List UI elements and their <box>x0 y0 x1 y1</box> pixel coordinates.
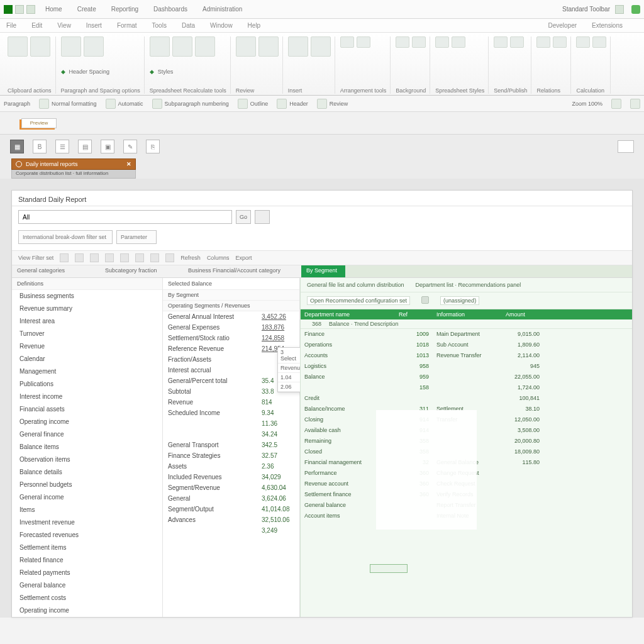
mini-tb-label[interactable]: Refresh <box>180 255 201 261</box>
mid-row[interactable]: 3,249 <box>163 525 299 536</box>
mini-tb-label[interactable]: Export <box>235 255 252 261</box>
left-list-item[interactable]: Investment revenue <box>12 516 162 529</box>
menu-item[interactable]: Developer <box>548 22 577 29</box>
mini-tb-icon[interactable] <box>105 253 114 262</box>
mid-row[interactable]: General Transport342.5 <box>163 440 299 450</box>
report-hdr-c2[interactable]: Ref <box>395 309 433 319</box>
left-list-item[interactable]: Turnover <box>12 328 162 340</box>
sheet-search-go-button[interactable]: Go <box>236 210 251 224</box>
mid-row[interactable]: General Expenses183,876 <box>163 322 299 333</box>
mid-row[interactable]: Advances32,510.06 <box>163 514 299 525</box>
titlebar-item[interactable]: Home <box>45 6 62 13</box>
left-list-item[interactable]: General balance <box>12 579 162 592</box>
titlebar-item[interactable]: Reporting <box>111 6 138 13</box>
ribbon-button[interactable] <box>510 36 524 48</box>
mini-tb-icon[interactable] <box>120 253 129 262</box>
filter-box-1[interactable]: International break-down filter set <box>18 230 113 244</box>
colhdr-c3[interactable]: Business Financial/Account category <box>183 265 301 277</box>
quick-save-icon[interactable] <box>15 5 24 14</box>
mid-row[interactable]: Revenue814 <box>163 397 299 408</box>
toolrow-icon[interactable] <box>277 99 287 109</box>
menu-item[interactable]: Window <box>210 22 233 29</box>
sheet-search-input[interactable] <box>18 210 232 224</box>
toolrow-icon[interactable] <box>238 99 248 109</box>
ribbon-button[interactable] <box>412 36 426 48</box>
report-hdr-c3[interactable]: Information <box>433 309 502 319</box>
doc-tool-table-icon[interactable]: ☰ <box>55 140 69 153</box>
left-list-item[interactable]: Business segments <box>12 290 162 303</box>
left-list-item[interactable]: Interest area <box>12 315 162 328</box>
ribbon-button[interactable] <box>84 36 104 57</box>
left-list-item[interactable]: Forecasted revenues <box>12 529 162 541</box>
ribbon-button[interactable] <box>150 36 170 57</box>
account-icon[interactable] <box>631 5 640 14</box>
ribbon-button[interactable] <box>61 36 81 57</box>
mini-tb-label[interactable]: Columns <box>207 255 230 261</box>
mid-row[interactable]: General Annual Interest3,452.26 <box>163 311 299 322</box>
menu-item[interactable]: Insert <box>86 22 102 29</box>
left-list-item[interactable]: Items <box>12 504 162 516</box>
left-list-item[interactable]: Calendar <box>12 353 162 365</box>
mini-tb-icon[interactable] <box>165 253 174 262</box>
doc-tool-link-icon[interactable]: ⎘ <box>146 140 160 153</box>
help-icon[interactable] <box>615 5 624 14</box>
titlebar-item[interactable]: Dashboards <box>153 6 187 13</box>
doc-tool-comment-icon[interactable]: ✎ <box>123 140 137 153</box>
doc-search-icon[interactable] <box>618 140 634 153</box>
toolrow-zoom[interactable]: Zoom 100% <box>572 101 602 107</box>
ribbon-button[interactable] <box>536 36 550 48</box>
colhdr-c1[interactable]: General categories <box>12 265 100 277</box>
orange-banner[interactable]: Daily internal reports ✕ <box>11 158 136 170</box>
left-list-item[interactable]: Operating income <box>12 416 162 428</box>
mini-tb-icon[interactable] <box>135 253 144 262</box>
report-top-chip-2[interactable]: (unassigned) <box>440 296 479 305</box>
colhdr-c4[interactable]: By Segment <box>301 265 345 277</box>
banner-close-icon[interactable]: ✕ <box>126 161 131 167</box>
report-row[interactable]: Logistics958945 <box>301 361 632 372</box>
mini-tb-icon[interactable] <box>75 253 84 262</box>
report-row[interactable]: Finance1009Main Department9,015.00 <box>301 329 632 340</box>
ribbon-button[interactable] <box>592 36 606 48</box>
mid-row[interactable]: Segment/Revenue4,630.04 <box>163 482 299 493</box>
report-row[interactable]: 1581,724.00 <box>301 382 632 393</box>
toolrow-icon[interactable] <box>39 99 49 109</box>
report-inline-input[interactable] <box>370 564 408 573</box>
ribbon-button[interactable] <box>195 36 215 57</box>
mid-header-2[interactable]: By Segment <box>163 290 299 301</box>
mid-row[interactable]: Scheduled Income9.34 <box>163 408 299 418</box>
toolrow-label[interactable]: Review <box>330 101 348 107</box>
left-list-item[interactable]: Interest income <box>12 391 162 403</box>
mini-tb-icon[interactable] <box>90 253 99 262</box>
mid-row[interactable]: 11.36 <box>163 418 299 429</box>
mid-row[interactable]: Finance Strategies32.57 <box>163 450 299 461</box>
menu-item[interactable]: Data <box>182 22 195 29</box>
doc-tool-image-icon[interactable]: ▣ <box>101 140 114 153</box>
report-row[interactable]: Credit100,841 <box>301 393 632 404</box>
ribbon-button[interactable] <box>340 36 354 48</box>
menu-item[interactable]: File <box>6 22 16 29</box>
float1-item[interactable]: Revenue <box>278 364 302 373</box>
left-list-item[interactable]: Publications <box>12 378 162 391</box>
titlebar-item[interactable]: Create <box>77 6 96 13</box>
ribbon-button[interactable] <box>311 36 331 57</box>
menu-item[interactable]: Tools <box>152 22 167 29</box>
left-list-item[interactable]: General finance <box>12 428 162 441</box>
quick-undo-icon[interactable] <box>26 5 35 14</box>
toolrow-icon[interactable] <box>106 99 116 109</box>
toolrow-icon[interactable] <box>152 99 162 109</box>
ribbon-button[interactable] <box>553 36 567 48</box>
colhdr-c2[interactable]: Subcategory fraction <box>100 265 183 277</box>
left-list-item[interactable]: Balance details <box>12 466 162 479</box>
left-list-item[interactable]: Management <box>12 365 162 378</box>
doc-tool-select-icon[interactable]: ▦ <box>10 140 24 153</box>
ribbon-button[interactable] <box>494 36 508 48</box>
left-list-item[interactable]: Financial assets <box>12 403 162 416</box>
ribbon-button[interactable] <box>258 36 279 57</box>
ribbon-button[interactable] <box>288 36 308 57</box>
filter-box-2[interactable]: Parameter <box>116 230 157 244</box>
ribbon-button[interactable] <box>576 36 590 48</box>
left-list-item[interactable]: General income <box>12 491 162 504</box>
mini-tb-icon[interactable] <box>150 253 159 262</box>
toolrow-label[interactable]: Normal formatting <box>52 101 97 107</box>
left-list-item[interactable]: Related payments <box>12 567 162 579</box>
